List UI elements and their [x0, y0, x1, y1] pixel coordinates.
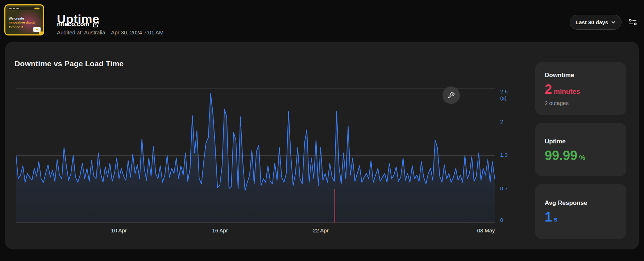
- uptime-value: 99.99 %: [545, 150, 617, 162]
- y-axis-tick: 2: [500, 118, 503, 125]
- uptime-card: Uptime 99.99 %: [535, 123, 626, 176]
- site-thumbnail-image: We create innovative digital solutions: [5, 5, 43, 34]
- x-axis-tick: 03 May: [477, 227, 495, 233]
- avg-response-value: 1 s: [545, 211, 617, 223]
- date-range-dropdown[interactable]: Last 30 days: [570, 15, 622, 30]
- y-axis-tick: 0: [500, 217, 503, 223]
- site-domain-link[interactable]: niteco.com: [57, 21, 90, 28]
- chart-plot[interactable]: 2.6(s)21.30.7010 Apr16 Apr22 Apr03 May: [16, 83, 523, 239]
- thumbnail-navbar: [8, 7, 41, 10]
- chevron-down-icon: [611, 20, 616, 25]
- thumbnail-logo-chip: [33, 27, 41, 32]
- downtime-label: Downtime: [545, 72, 617, 79]
- avg-response-card: Avg Response 1 s: [535, 184, 626, 239]
- sliders-icon: [628, 18, 637, 26]
- downtime-card: Downtime 2 minutes 2 outages: [535, 62, 626, 115]
- site-link-row: niteco.com: [57, 21, 99, 28]
- audit-info: Audited at: Australia – Apr 30, 2024 7:0…: [57, 29, 163, 35]
- thumbnail-corner: [39, 31, 43, 34]
- uptime-label: Uptime: [545, 138, 617, 145]
- x-axis-tick: 22 Apr: [313, 227, 328, 233]
- y-axis-tick: 1.3: [500, 152, 508, 158]
- thumbnail-headline: We create innovative digital solutions: [9, 17, 36, 29]
- dashboard-panel: Downtime vs Page Load Time 2.6(s)21.30.7…: [5, 42, 639, 249]
- x-axis-tick: 16 Apr: [212, 227, 228, 233]
- date-range-label: Last 30 days: [576, 19, 608, 25]
- external-link-icon[interactable]: [93, 21, 99, 28]
- downtime-value: 2 minutes: [545, 83, 617, 96]
- chart-title: Downtime vs Page Load Time: [14, 59, 124, 68]
- avg-response-label: Avg Response: [545, 199, 617, 207]
- downtime-outages: 2 outages: [545, 100, 617, 106]
- y-axis-unit: (s): [500, 95, 507, 101]
- y-axis-tick: 2.6: [500, 88, 508, 94]
- wrench-icon: [448, 92, 455, 99]
- series-area: [16, 93, 495, 223]
- chart-settings-button[interactable]: [443, 87, 460, 104]
- y-axis-tick: 0.7: [500, 185, 508, 191]
- site-thumbnail[interactable]: We create innovative digital solutions: [4, 4, 44, 35]
- settings-sliders-button[interactable]: [627, 17, 638, 28]
- x-axis-tick: 10 Apr: [111, 227, 126, 233]
- page: { "header": { "title": "Uptime", "domain…: [0, 0, 644, 261]
